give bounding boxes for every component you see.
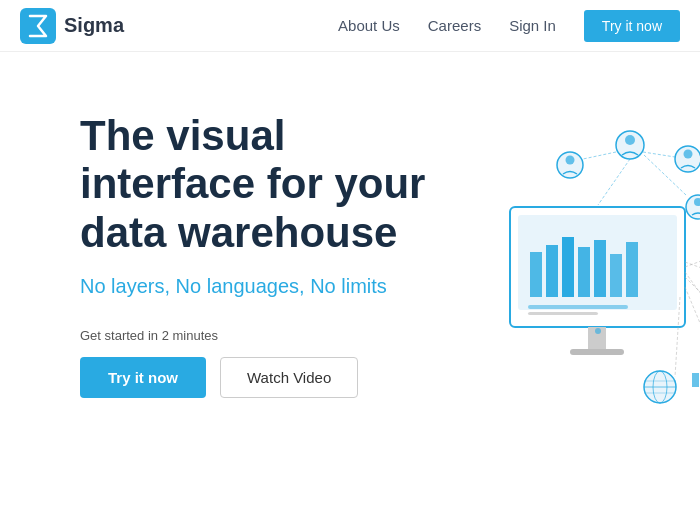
svg-line-47 <box>685 272 700 337</box>
svg-line-44 <box>685 287 700 347</box>
navbar: Sigma About Us Careers Sign In Try it no… <box>0 0 700 52</box>
logo-text: Sigma <box>64 14 124 37</box>
svg-rect-11 <box>528 312 598 315</box>
nav-careers[interactable]: Careers <box>428 17 481 34</box>
hero-illustration: Σ <box>460 102 650 495</box>
svg-point-20 <box>684 150 693 159</box>
nav-cta-button[interactable]: Try it now <box>584 10 680 42</box>
hero-left: The visual interface for your data wareh… <box>80 102 460 398</box>
svg-point-14 <box>595 328 601 334</box>
hero-headline: The visual interface for your data wareh… <box>80 112 460 257</box>
hero-illustration-svg: Σ <box>440 92 700 412</box>
logo[interactable]: Sigma <box>20 8 124 44</box>
nav-about-us[interactable]: About Us <box>338 17 400 34</box>
svg-rect-3 <box>530 252 542 297</box>
watch-video-button[interactable]: Watch Video <box>220 357 358 398</box>
svg-point-18 <box>566 156 575 165</box>
nav-links: About Us Careers Sign In Try it now <box>338 10 680 42</box>
try-it-now-button[interactable]: Try it now <box>80 357 206 398</box>
svg-rect-5 <box>562 237 574 297</box>
svg-rect-10 <box>528 305 628 309</box>
svg-rect-6 <box>578 247 590 297</box>
svg-rect-32 <box>692 373 699 387</box>
hero-buttons: Try it now Watch Video <box>80 357 460 398</box>
svg-line-26 <box>598 159 630 205</box>
svg-line-23 <box>583 152 616 159</box>
svg-rect-8 <box>610 254 622 297</box>
svg-rect-13 <box>570 349 624 355</box>
hero-subheadline: No layers, No languages, No limits <box>80 275 460 298</box>
svg-rect-4 <box>546 245 558 297</box>
svg-line-46 <box>685 262 700 282</box>
svg-point-16 <box>625 135 635 145</box>
hero-get-started-text: Get started in 2 minutes <box>80 328 460 343</box>
sigma-logo-icon <box>20 8 56 44</box>
svg-line-24 <box>643 152 675 157</box>
svg-rect-7 <box>594 240 606 297</box>
svg-rect-9 <box>626 242 638 297</box>
hero-section: The visual interface for your data wareh… <box>0 52 700 525</box>
nav-sign-in[interactable]: Sign In <box>509 17 556 34</box>
